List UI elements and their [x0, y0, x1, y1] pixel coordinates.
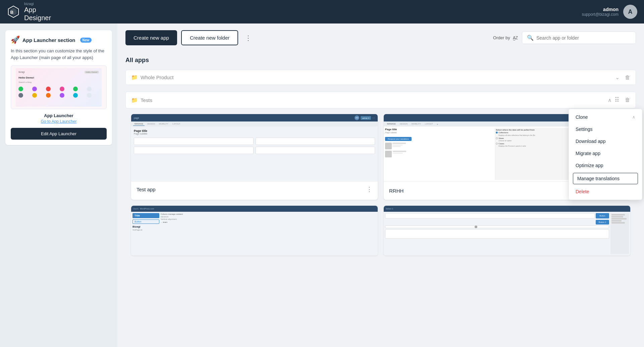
- sidebar-card-header: 🚀 App Launcher section New: [11, 36, 107, 44]
- app-header: B bizagi AppDesigner admon support@bizag…: [0, 0, 644, 23]
- context-menu-delete[interactable]: Delete: [569, 186, 642, 198]
- folder-name: Whole Product: [141, 75, 612, 80]
- context-menu-download[interactable]: Download app: [569, 135, 642, 147]
- expand-folder-button[interactable]: ⌄: [615, 74, 620, 81]
- user-avatar[interactable]: A: [623, 5, 637, 19]
- all-apps-section: All apps 📁 Whole Product ⌄ 🗑: [125, 53, 636, 85]
- apps-grid: page AD admin ▾ ⋯ MANAGE DESIGN MO: [125, 108, 636, 205]
- launcher-preview: bizagi Hello, Demo! Hello Demo! Search a…: [11, 65, 107, 109]
- new-badge: New: [80, 38, 92, 43]
- more-options-button[interactable]: ⋮: [242, 31, 254, 45]
- user-info: admon support@bizagi.com: [582, 7, 619, 17]
- svg-text:B: B: [10, 10, 14, 15]
- edit-launcher-button[interactable]: Edit App Launcher: [11, 128, 107, 140]
- rrhh-app-name: RRHH: [389, 188, 404, 194]
- launcher-label: App Launcher: [11, 113, 107, 118]
- tests-folder-name: Tests: [141, 97, 605, 103]
- toolbar-right: Order by A̲Z 🔍: [493, 32, 636, 44]
- bottom-card-2-preview: Select 1: Button Button 2: [384, 206, 630, 255]
- main-content: Create new app Create new folder ⋮ Order…: [117, 23, 644, 347]
- rocket-icon: 🚀: [11, 36, 20, 44]
- go-to-launcher-link[interactable]: Go to App Launcher: [11, 119, 107, 124]
- logo-icon: B: [7, 5, 20, 18]
- test-app-menu-button[interactable]: ⋮: [366, 186, 372, 193]
- toolbar: Create new app Create new folder ⋮ Order…: [125, 30, 636, 45]
- test-app-preview: page AD admin ▾ ⋯ MANAGE DESIGN MO: [131, 114, 378, 181]
- app-title-block: bizagi AppDesigner: [24, 2, 51, 22]
- sidebar: 🚀 App Launcher section New In this secti…: [0, 23, 117, 347]
- context-menu-migrate[interactable]: Migrate app: [569, 147, 642, 159]
- create-app-button[interactable]: Create new app: [125, 30, 177, 45]
- search-box: 🔍: [522, 32, 636, 44]
- tests-menu-icon[interactable]: ⠿: [614, 96, 620, 104]
- bottom-cards-grid: User1 WordPress.com Title Button Bizagi …: [125, 205, 636, 261]
- search-input[interactable]: [536, 35, 631, 41]
- app-launcher-card: 🚀 App Launcher section New In this secti…: [5, 30, 112, 145]
- order-by-label: Order by: [493, 35, 510, 40]
- tests-folder-icon: 📁: [131, 97, 138, 103]
- sidebar-card-title: App Launcher section: [22, 37, 75, 43]
- context-menu-settings[interactable]: Settings: [569, 123, 642, 135]
- user-email: support@bizagi.com: [582, 12, 619, 17]
- test-app-card: page AD admin ▾ ⋯ MANAGE DESIGN MO: [131, 114, 378, 200]
- sidebar-description: In this section you can customize the st…: [11, 48, 107, 61]
- bottom-card-1: User1 WordPress.com Title Button Bizagi …: [131, 205, 378, 256]
- whole-product-folder: 📁 Whole Product ⌄ 🗑: [125, 70, 636, 85]
- all-apps-title: All apps: [125, 57, 149, 64]
- bottom-card-1-preview: User1 WordPress.com Title Button Bizagi …: [131, 206, 378, 255]
- folder-icon: 📁: [131, 74, 138, 81]
- test-app-name: Test app: [137, 187, 156, 192]
- dots-grid: [18, 87, 99, 98]
- tests-delete-button[interactable]: 🗑: [625, 97, 630, 103]
- order-by-control[interactable]: Order by A̲Z: [493, 35, 518, 40]
- main-layout: 🚀 App Launcher section New In this secti…: [0, 23, 644, 347]
- tests-folder-row: 📁 Tests Clone ∧ Settings Download app: [125, 92, 636, 108]
- app-title: AppDesigner: [24, 6, 51, 22]
- context-menu: Clone ∧ Settings Download app Migrate ap…: [569, 109, 642, 200]
- header-right: admon support@bizagi.com A: [582, 5, 637, 19]
- tests-expand-button[interactable]: ∧: [608, 97, 612, 103]
- context-menu-translations[interactable]: Manage translations: [573, 173, 638, 184]
- brand-name: bizagi: [24, 2, 51, 6]
- tests-section: 📁 Tests Clone ∧ Settings Download app: [125, 92, 636, 261]
- create-folder-button[interactable]: Create new folder: [181, 30, 238, 45]
- context-menu-optimize[interactable]: Optimize app: [569, 159, 642, 171]
- chevron-up-icon: ∧: [632, 115, 635, 119]
- delete-folder-button[interactable]: 🗑: [625, 75, 630, 81]
- search-icon: 🔍: [527, 35, 534, 41]
- sort-icon: A̲Z: [513, 36, 518, 40]
- header-left: B bizagi AppDesigner: [7, 2, 51, 22]
- test-app-footer: Test app ⋮: [131, 181, 378, 197]
- all-apps-header: All apps: [125, 53, 636, 67]
- context-menu-clone[interactable]: Clone ∧: [569, 111, 642, 123]
- bottom-card-2: Select 1: Button Button 2: [383, 205, 631, 256]
- username: admon: [582, 7, 619, 12]
